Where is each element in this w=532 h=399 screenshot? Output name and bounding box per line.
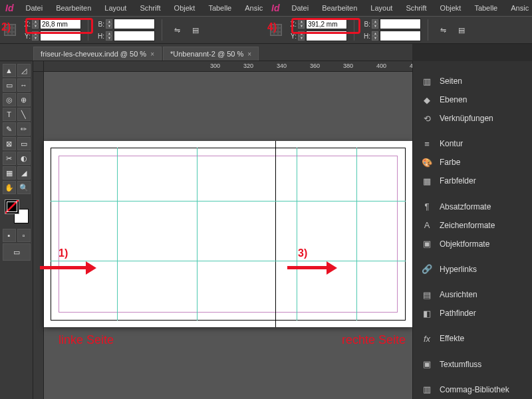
w-input[interactable] bbox=[380, 19, 421, 29]
menu-schrift[interactable]: Schrift bbox=[133, 1, 167, 15]
document-tab[interactable]: *Unbenannt-2 @ 50 %× bbox=[163, 47, 259, 61]
menu-ansicht[interactable]: Ansic bbox=[238, 1, 269, 15]
frame-tool[interactable]: ⊠ bbox=[3, 137, 16, 150]
selection-tool[interactable]: ▲ bbox=[3, 64, 16, 77]
page-tool[interactable]: ▭ bbox=[3, 78, 16, 92]
x-spinner[interactable]: ▴▾ bbox=[32, 19, 39, 29]
pencil-tool[interactable]: ✏ bbox=[17, 122, 31, 136]
w-spinner[interactable]: ▴▾ bbox=[106, 19, 112, 29]
panel-effekte[interactable]: fxEffekte bbox=[413, 329, 532, 348]
fill-stroke-swatch[interactable] bbox=[5, 200, 29, 223]
document-tab[interactable]: friseur-les-cheveux.indd @ 50 %× bbox=[33, 47, 162, 61]
x-input[interactable] bbox=[40, 19, 81, 29]
menu-bearbeiten[interactable]: Bearbeiten bbox=[315, 1, 364, 15]
panel-seiten[interactable]: ▥Seiten bbox=[413, 72, 532, 90]
zoom-tool[interactable]: 🔍 bbox=[17, 181, 31, 194]
stroke-icon: ≡ bbox=[421, 138, 433, 149]
apply-stroke[interactable]: ▫ bbox=[17, 229, 31, 242]
toolbox: ▲◿ ▭↔ ◎⊕ T╲ ✎✏ ⊠▭ ✂◐ ▦◢ ✋🔍 ▪▫ ▭ bbox=[0, 61, 33, 399]
hand-tool[interactable]: ✋ bbox=[3, 181, 16, 194]
gap-tool[interactable]: ↔ bbox=[17, 78, 31, 92]
panel-label: Objektformate bbox=[440, 239, 489, 249]
guide-horizontal[interactable] bbox=[51, 201, 406, 201]
h-spinner[interactable]: ▴▾ bbox=[106, 31, 112, 41]
panel-absatzformate[interactable]: ¶Absatzformate bbox=[413, 198, 532, 216]
annotation-label-4: 4) bbox=[267, 21, 277, 33]
menu-datei[interactable]: Datei bbox=[285, 1, 315, 15]
panel-pathfinder[interactable]: ◧Pathfinder bbox=[413, 304, 532, 323]
panel-hyperlinks[interactable]: 🔗Hyperlinks bbox=[413, 260, 532, 279]
w-spinner[interactable]: ▴▾ bbox=[372, 19, 378, 29]
rectangle-tool[interactable]: ▭ bbox=[17, 137, 31, 150]
menu-datei[interactable]: Datei bbox=[19, 1, 49, 15]
menu-tabelle[interactable]: Tabelle bbox=[201, 1, 238, 15]
y-input[interactable] bbox=[306, 31, 347, 41]
panel-objektformate[interactable]: ▣Objektformate bbox=[413, 235, 532, 253]
direct-selection-tool[interactable]: ◿ bbox=[17, 64, 31, 77]
pen-tool[interactable]: ✎ bbox=[3, 122, 16, 136]
app-logo-icon: Id bbox=[266, 0, 285, 16]
eyedropper-tool[interactable]: ◢ bbox=[17, 166, 31, 180]
guide-vertical[interactable] bbox=[117, 148, 118, 321]
type-tool[interactable]: T bbox=[3, 108, 16, 121]
panel-farbfelder[interactable]: ▦Farbfelder bbox=[413, 172, 532, 190]
flip-horizontal-icon[interactable]: ⇋ bbox=[169, 22, 185, 38]
align-icon[interactable]: ▤ bbox=[188, 22, 203, 38]
w-input[interactable] bbox=[114, 19, 155, 29]
annotation-label-1: 1) bbox=[59, 247, 68, 259]
x-label: X: bbox=[21, 21, 31, 28]
ruler-tick: 300 bbox=[210, 63, 220, 69]
menu-layout[interactable]: Layout bbox=[98, 1, 133, 15]
menu-schrift[interactable]: Schrift bbox=[399, 1, 433, 15]
panel-zeichenformate[interactable]: AZeichenformate bbox=[413, 216, 532, 235]
gradient-tool[interactable]: ▦ bbox=[3, 166, 16, 180]
annotation-label-2: 2) bbox=[1, 21, 11, 33]
panel-label: Farbfelder bbox=[440, 176, 476, 186]
y-input[interactable] bbox=[40, 31, 81, 41]
menu-tabelle[interactable]: Tabelle bbox=[467, 1, 504, 15]
ruler-origin[interactable] bbox=[33, 61, 44, 72]
close-icon[interactable]: × bbox=[150, 51, 154, 58]
ruler-tick: 320 bbox=[243, 63, 253, 69]
h-spinner[interactable]: ▴▾ bbox=[372, 31, 378, 41]
page-spread: linke Seite rechte Seite bbox=[44, 141, 412, 327]
content-placer-tool[interactable]: ⊕ bbox=[17, 93, 31, 106]
menu-ansicht[interactable]: Ansic bbox=[504, 1, 532, 15]
menu-layout[interactable]: Layout bbox=[364, 1, 399, 15]
close-icon[interactable]: × bbox=[247, 51, 251, 58]
h-input[interactable] bbox=[380, 31, 421, 41]
menu-objekt[interactable]: Objekt bbox=[434, 1, 468, 15]
ruler-horizontal[interactable]: 300 320 340 360 380 400 42 bbox=[44, 61, 412, 72]
align-icon[interactable]: ▤ bbox=[454, 22, 469, 38]
menu-bearbeiten[interactable]: Bearbeiten bbox=[49, 1, 98, 15]
links-icon: ⟲ bbox=[421, 113, 433, 124]
document-canvas[interactable]: 300 320 340 360 380 400 42 linke Seite r… bbox=[33, 61, 412, 399]
x-input[interactable] bbox=[306, 19, 347, 29]
menubar-left: Id Datei Bearbeiten Layout Schrift Objek… bbox=[0, 0, 266, 16]
panel-ebenen[interactable]: ◆Ebenen bbox=[413, 90, 532, 109]
guide-vertical[interactable] bbox=[356, 148, 357, 321]
content-tool[interactable]: ◎ bbox=[3, 93, 16, 106]
flip-horizontal-icon[interactable]: ⇋ bbox=[435, 22, 451, 38]
panel-textumfluss[interactable]: ▣Textumfluss bbox=[413, 355, 532, 374]
guide-vertical[interactable] bbox=[297, 148, 297, 321]
y-spinner[interactable]: ▴▾ bbox=[298, 31, 305, 41]
x-spinner[interactable]: ▴▾ bbox=[298, 19, 305, 29]
panel-ausrichten[interactable]: ▤Ausrichten bbox=[413, 285, 532, 304]
panel-farbe[interactable]: 🎨Farbe bbox=[413, 153, 532, 172]
line-tool[interactable]: ╲ bbox=[17, 108, 31, 121]
panel-verknuepfungen[interactable]: ⟲Verknüpfungen bbox=[413, 109, 532, 128]
transform-tool[interactable]: ◐ bbox=[17, 152, 31, 165]
panel-bibliothek[interactable]: ▥Commag-Bibliothek bbox=[413, 380, 532, 399]
h-input[interactable] bbox=[114, 31, 155, 41]
annotation-label-3: 3) bbox=[298, 247, 307, 259]
apply-fill[interactable]: ▪ bbox=[3, 229, 16, 242]
guide-horizontal[interactable] bbox=[51, 261, 406, 261]
scissors-tool[interactable]: ✂ bbox=[3, 152, 16, 165]
panel-kontur[interactable]: ≡Kontur bbox=[413, 134, 532, 153]
menu-objekt[interactable]: Objekt bbox=[168, 1, 202, 15]
y-spinner[interactable]: ▴▾ bbox=[32, 31, 39, 41]
screen-mode[interactable]: ▭ bbox=[3, 243, 31, 261]
ruler-vertical[interactable] bbox=[33, 72, 44, 399]
guide-vertical[interactable] bbox=[197, 148, 198, 321]
